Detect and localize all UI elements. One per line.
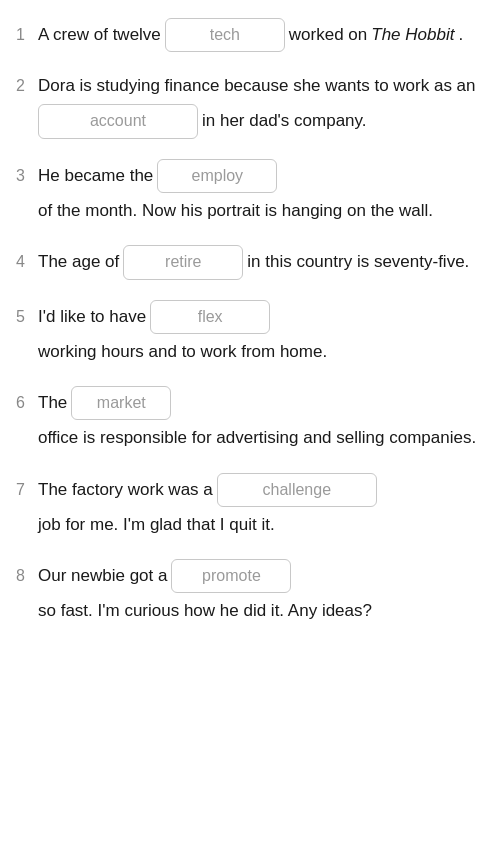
fill-in-input-2[interactable]: account [38, 104, 198, 138]
text-segment: The age of [38, 248, 119, 276]
item-number-5: 5 [16, 304, 38, 330]
text-segment: The [38, 389, 67, 417]
item-content-8: Our newbie got a promote so fast. I'm cu… [38, 559, 484, 625]
exercise-item-7: 7The factory work was a challenge job fo… [16, 473, 484, 539]
exercise-item-8: 8Our newbie got a promote so fast. I'm c… [16, 559, 484, 625]
item-content-4: The age of retire in this country is sev… [38, 245, 484, 279]
italic-text-segment: The Hobbit [371, 21, 454, 49]
text-segment: office is responsible for advertising an… [38, 424, 476, 452]
exercise-list: 1A crew of twelve tech worked on The Hob… [16, 18, 484, 625]
text-segment: worked on [289, 21, 367, 49]
text-segment: . [458, 21, 463, 49]
item-number-3: 3 [16, 163, 38, 189]
text-segment: of the month. Now his portrait is hangin… [38, 197, 433, 225]
text-segment: A crew of twelve [38, 21, 161, 49]
text-segment: Dora is studying finance because she wan… [38, 72, 476, 100]
exercise-item-2: 2Dora is studying finance because she wa… [16, 72, 484, 138]
fill-in-input-4[interactable]: retire [123, 245, 243, 279]
text-segment: The factory work was a [38, 476, 213, 504]
item-content-1: A crew of twelve tech worked on The Hobb… [38, 18, 484, 52]
text-segment: I'd like to have [38, 303, 146, 331]
item-number-6: 6 [16, 390, 38, 416]
exercise-item-3: 3He became the employ of the month. Now … [16, 159, 484, 225]
item-content-5: I'd like to have flex working hours and … [38, 300, 484, 366]
item-content-7: The factory work was a challenge job for… [38, 473, 484, 539]
fill-in-input-5[interactable]: flex [150, 300, 270, 334]
text-segment: job for me. I'm glad that I quit it. [38, 511, 275, 539]
exercise-item-6: 6The market office is responsible for ad… [16, 386, 484, 452]
item-number-2: 2 [16, 73, 38, 99]
item-content-3: He became the employ of the month. Now h… [38, 159, 484, 225]
item-number-8: 8 [16, 563, 38, 589]
text-segment: working hours and to work from home. [38, 338, 327, 366]
fill-in-input-7[interactable]: challenge [217, 473, 377, 507]
exercise-item-1: 1A crew of twelve tech worked on The Hob… [16, 18, 484, 52]
fill-in-input-8[interactable]: promote [171, 559, 291, 593]
item-content-6: The market office is responsible for adv… [38, 386, 484, 452]
text-segment: He became the [38, 162, 153, 190]
fill-in-input-6[interactable]: market [71, 386, 171, 420]
text-segment: in this country is seventy-five. [247, 248, 469, 276]
exercise-item-5: 5I'd like to have flex working hours and… [16, 300, 484, 366]
text-segment: so fast. I'm curious how he did it. Any … [38, 597, 372, 625]
exercise-item-4: 4The age of retire in this country is se… [16, 245, 484, 279]
item-number-1: 1 [16, 22, 38, 48]
item-content-2: Dora is studying finance because she wan… [38, 72, 484, 138]
text-segment: in her dad's company. [202, 107, 367, 135]
item-number-4: 4 [16, 249, 38, 275]
fill-in-input-3[interactable]: employ [157, 159, 277, 193]
text-segment: Our newbie got a [38, 562, 167, 590]
item-number-7: 7 [16, 477, 38, 503]
fill-in-input-1[interactable]: tech [165, 18, 285, 52]
